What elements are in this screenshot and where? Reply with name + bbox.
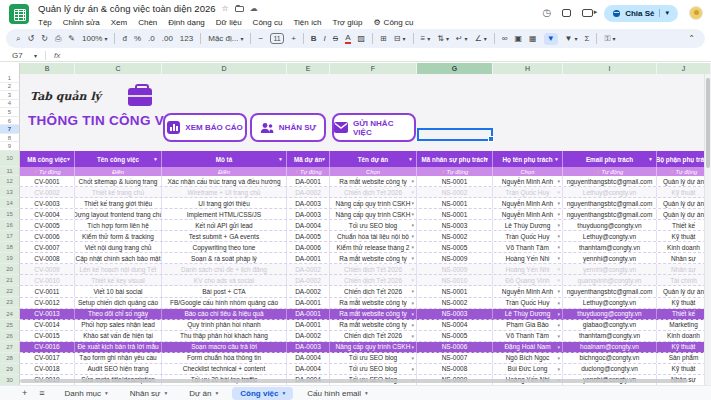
table-cell[interactable]: Chiến dịch Tết 2026▾ xyxy=(330,286,417,296)
table-cell[interactable]: Nhân sự xyxy=(657,253,711,263)
text-color-icon[interactable]: A xyxy=(345,34,350,44)
column-header-H[interactable]: H xyxy=(493,63,563,74)
table-cell[interactable]: DA-0002 xyxy=(287,286,330,296)
row-header-8[interactable]: 8 xyxy=(0,134,20,143)
cell-dropdown-icon[interactable]: ▾ xyxy=(557,288,560,294)
table-cell[interactable]: DA-0004 xyxy=(287,364,330,374)
italic-icon[interactable]: I xyxy=(324,35,326,43)
insert-chart-icon[interactable]: ▦ xyxy=(529,35,537,43)
row-header-25[interactable]: 25 xyxy=(0,320,20,331)
font-size-input[interactable]: 11 xyxy=(270,33,284,44)
table-cell[interactable]: CV-0018 xyxy=(20,364,75,374)
row-header-4[interactable]: 4 xyxy=(0,100,20,109)
cell-dropdown-icon[interactable]: ▾ xyxy=(557,255,560,261)
table-cell[interactable]: Nhân sự xyxy=(657,264,711,274)
table-cell[interactable]: Đặng Hoài Nam▾ xyxy=(493,342,563,352)
filter-funnel-icon[interactable]: ▼ xyxy=(648,156,653,162)
table-cell[interactable]: Tạo form ghi nhận yêu cầu xyxy=(75,353,162,363)
filter-funnel-icon[interactable]: ▼ xyxy=(484,156,489,162)
table-cell[interactable]: Copywriting theo tone xyxy=(162,242,287,252)
table-cell[interactable]: Setup chiến dịch quảng cáo xyxy=(75,298,162,308)
table-cell[interactable]: Nguyễn Minh Anh▾ xyxy=(493,198,563,208)
cell-dropdown-icon[interactable]: ▾ xyxy=(557,322,560,328)
table-cell[interactable]: Trần Quốc Huy▾ xyxy=(493,231,563,241)
cell-dropdown-icon[interactable]: ▾ xyxy=(557,355,560,361)
table-cell[interactable]: Form chuẩn hóa thông tin xyxy=(162,353,287,363)
table-cell[interactable]: Checklist technical + content xyxy=(162,364,287,374)
table-cell[interactable]: Chiến dịch Tết 2026▾ xyxy=(330,187,417,197)
horizontal-align-icon[interactable]: ≡▾ xyxy=(421,35,431,43)
table-cell[interactable]: DA-0003 xyxy=(287,209,330,219)
table-cell[interactable]: Nguyễn Minh Anh▾ xyxy=(493,286,563,296)
table-cell[interactable]: Wireframe + UI trang chủ xyxy=(162,187,287,197)
redo-icon[interactable]: ↻ xyxy=(41,35,48,43)
table-cell[interactable]: NS-0002 xyxy=(417,231,493,241)
table-cell[interactable]: Chiến dịch Tết 2026▾ xyxy=(330,264,417,274)
strikethrough-icon[interactable]: S xyxy=(333,35,338,43)
cell-dropdown-icon[interactable]: ▾ xyxy=(411,189,414,195)
menu-extension-tools[interactable]: ⚙Công cụ xyxy=(373,18,413,27)
table-cell[interactable]: hoainam@congty.vn xyxy=(563,342,657,352)
name-box-caret-icon[interactable]: ▾ xyxy=(34,52,37,59)
doc-title[interactable]: Quản lý dự án & công việc toàn diện 2026 xyxy=(38,3,215,14)
cell-dropdown-icon[interactable]: ▾ xyxy=(411,300,414,306)
table-cell[interactable]: CV-0008 xyxy=(20,253,75,263)
table-cell[interactable]: Chốt sitemap & luồng trang xyxy=(75,176,162,186)
table-header-4[interactable]: Mã dự án▼ xyxy=(287,151,330,167)
table-cell[interactable]: CV-0010 xyxy=(20,275,75,285)
filter-funnel-icon[interactable]: ▼ xyxy=(66,156,71,162)
sheet-tab-danh-mục[interactable]: Danh mục▾ xyxy=(57,387,116,400)
row-header-2[interactable]: 2 xyxy=(0,83,20,92)
row-header-18[interactable]: 18 xyxy=(0,242,20,253)
percent-format-icon[interactable]: % xyxy=(134,35,141,43)
cell-dropdown-icon[interactable]: ▾ xyxy=(557,344,560,350)
table-cell[interactable]: DA-0002 xyxy=(287,187,330,197)
table-cell[interactable]: Quy trình phản hồi nhanh xyxy=(162,320,287,330)
table-cell[interactable]: DA-0005 xyxy=(287,231,330,241)
table-cell[interactable]: NS-0009 xyxy=(417,264,493,274)
paint-format-icon[interactable]: ✎ xyxy=(68,35,75,43)
cell-dropdown-icon[interactable]: ▾ xyxy=(557,366,560,372)
table-cell[interactable]: DA-0001 xyxy=(287,298,330,308)
print-icon[interactable]: ⎙ xyxy=(55,35,61,43)
table-cell[interactable]: CV-0014 xyxy=(20,320,75,330)
cell-dropdown-icon[interactable]: ▾ xyxy=(557,200,560,206)
table-cell[interactable]: NS-0001 xyxy=(417,286,493,296)
cell-dropdown-icon[interactable]: ▾ xyxy=(411,200,414,206)
menu-tệp[interactable]: Tệp xyxy=(38,18,52,27)
table-cell[interactable]: Nguyễn Minh Anh▾ xyxy=(493,176,563,186)
row-header-16[interactable]: 16 xyxy=(0,220,20,231)
cell-dropdown-icon[interactable]: ▾ xyxy=(411,222,414,228)
menu-dữ-liệu[interactable]: Dữ liệu xyxy=(216,18,242,27)
table-cell[interactable]: NS-0008 xyxy=(417,364,493,374)
table-cell[interactable]: NS-0005 xyxy=(417,331,493,341)
cell-dropdown-icon[interactable]: ▾ xyxy=(557,222,560,228)
row-header-23[interactable]: 23 xyxy=(0,297,20,308)
table-cell[interactable]: Nâng cấp quy trình CSKH▾ xyxy=(330,342,417,352)
table-cell[interactable]: CV-0013 xyxy=(20,309,75,319)
table-cell[interactable]: CV-0006 xyxy=(20,231,75,241)
undo-icon[interactable]: ↺ xyxy=(27,35,34,43)
table-cell[interactable]: Lethuy@congty.vn xyxy=(563,231,657,241)
table-cell[interactable]: NS-0007 xyxy=(417,353,493,363)
table-cell[interactable]: Báo cáo chi tiêu & hiệu quả xyxy=(162,309,287,319)
table-cell[interactable]: Nâng cấp quy trình CSKH▾ xyxy=(330,198,417,208)
tab-menu-caret-icon[interactable]: ▾ xyxy=(365,390,368,396)
functions-icon[interactable]: Σ xyxy=(585,35,590,43)
table-cell[interactable]: Thiết kế trang giới thiệu xyxy=(75,198,162,208)
table-cell[interactable]: thanhtam@congty.vn xyxy=(563,242,657,252)
table-cell[interactable]: DA-0001 xyxy=(287,253,330,263)
table-cell[interactable]: Kết nối API gửi lead xyxy=(162,220,287,230)
table-cell[interactable]: Soạn macro câu trả lời xyxy=(162,342,287,352)
sheet-tab-công-việc[interactable]: Công việc▾ xyxy=(232,387,293,400)
column-header-E[interactable]: E xyxy=(287,63,330,74)
row-header-12[interactable]: 12 xyxy=(0,176,20,187)
table-cell[interactable]: Soạn & rà soát pháp lý xyxy=(162,253,287,263)
menu-chỉnh-sửa[interactable]: Chỉnh sửa xyxy=(63,18,100,27)
table-cell[interactable]: Tích hợp form liên hệ xyxy=(75,220,162,230)
table-cell[interactable]: nguyenthangsbtc@gmail.com xyxy=(563,176,657,186)
row-header-24[interactable]: 24 xyxy=(0,308,20,319)
table-cell[interactable]: Lên kế hoạch nội dung Tết xyxy=(75,264,162,274)
table-cell[interactable]: CV-0003 xyxy=(20,198,75,208)
table-cell[interactable]: Quản lý dự án xyxy=(657,286,711,296)
